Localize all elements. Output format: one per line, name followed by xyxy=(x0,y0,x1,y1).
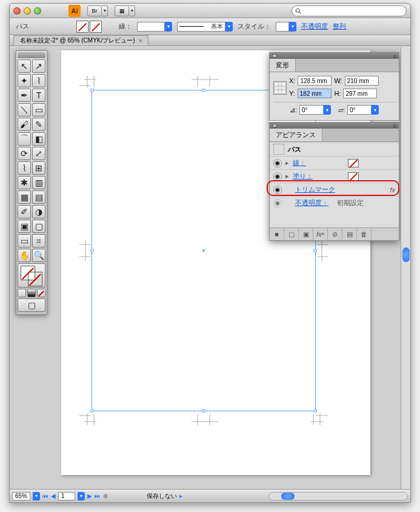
hand-tool[interactable]: ✋ xyxy=(18,249,31,262)
color-mode[interactable] xyxy=(18,289,26,297)
shear-dropdown[interactable]: ▾ xyxy=(372,105,379,115)
align-link[interactable]: 整列 xyxy=(333,22,346,31)
duplicate-button[interactable]: ▤ xyxy=(342,228,357,240)
pen-tool[interactable]: ✒ xyxy=(18,89,31,102)
shear-field[interactable] xyxy=(347,105,372,115)
artboard-tool[interactable]: ▭ xyxy=(18,234,31,248)
bridge-dropdown[interactable]: ▾ xyxy=(102,5,108,16)
screen-mode[interactable]: ▢ xyxy=(18,298,45,312)
fill-swatch[interactable] xyxy=(76,21,88,33)
pencil-tool[interactable]: ✎ xyxy=(32,118,45,131)
mesh-tool[interactable]: ▦ xyxy=(18,190,31,204)
nav-button[interactable]: ⊕ xyxy=(103,493,108,499)
rotate-dropdown[interactable]: ▾ xyxy=(324,105,331,115)
h-field[interactable] xyxy=(343,89,377,98)
transform-tab[interactable]: 変形 xyxy=(270,59,296,72)
fill-stroke-controls[interactable] xyxy=(18,263,45,288)
graph-tool[interactable]: ▥ xyxy=(32,176,45,189)
visibility-icon[interactable]: ◉ xyxy=(273,199,282,207)
symbol-sprayer-tool[interactable]: ✱ xyxy=(18,176,31,189)
stroke-box[interactable] xyxy=(28,272,42,286)
search-field[interactable] xyxy=(292,5,407,16)
gradient-mode[interactable] xyxy=(27,289,36,297)
stroke-swatch[interactable] xyxy=(90,21,102,33)
bridge-button[interactable]: Br xyxy=(87,5,102,16)
rotate-tool[interactable]: ⟳ xyxy=(18,147,31,160)
appearance-stroke-label[interactable]: 線： xyxy=(293,158,306,167)
lasso-tool[interactable]: ⌇ xyxy=(32,74,45,87)
gradient-tool[interactable]: ▤ xyxy=(32,190,45,204)
blend-tool[interactable]: ◑ xyxy=(32,205,45,218)
new-fill-button[interactable]: ▣ xyxy=(299,228,313,240)
clear-button[interactable]: ⊘ xyxy=(328,228,342,240)
new-stroke-button[interactable]: ▢ xyxy=(284,228,299,240)
slice-tool[interactable]: ⌗ xyxy=(32,234,45,248)
appearance-panel-header[interactable]: ≡ xyxy=(270,123,399,129)
appearance-fill-label[interactable]: 塗り： xyxy=(293,172,313,181)
arrange-button[interactable]: ▦ xyxy=(115,5,129,16)
minimize-window-button[interactable] xyxy=(24,7,31,15)
zoom-tool[interactable]: 🔍 xyxy=(32,249,45,262)
blob-brush-tool[interactable]: ⌒ xyxy=(18,132,31,146)
new-art-basic-button[interactable]: ■ xyxy=(270,228,284,240)
zoom-field[interactable]: 65% xyxy=(12,492,30,500)
type-tool[interactable]: T xyxy=(32,89,45,102)
rectangle-tool[interactable]: ▭ xyxy=(32,103,45,116)
live-paint-selection-tool[interactable]: ▢ xyxy=(32,220,45,233)
page-dropdown[interactable]: ▾ xyxy=(78,492,85,500)
appearance-fill-row[interactable]: ◉ ▸ 塗り： xyxy=(270,169,399,183)
zoom-dropdown[interactable]: ▾ xyxy=(33,492,40,500)
visibility-icon[interactable]: ◉ xyxy=(273,186,282,194)
y-field[interactable] xyxy=(298,89,332,98)
delete-button[interactable]: 🗑 xyxy=(357,228,372,240)
tools-panel-header[interactable] xyxy=(18,52,45,58)
opacity-link[interactable]: 不透明度 xyxy=(301,22,328,31)
x-field[interactable] xyxy=(298,76,332,86)
arrange-dropdown[interactable]: ▾ xyxy=(129,5,135,16)
vertical-scroll-thumb[interactable] xyxy=(402,248,410,262)
status-menu[interactable]: ▸ xyxy=(179,493,182,499)
none-mode[interactable] xyxy=(37,289,45,297)
transform-panel-header[interactable]: ≡ xyxy=(270,53,399,59)
scale-tool[interactable]: ⤢ xyxy=(32,147,45,160)
appearance-object-row[interactable]: パス xyxy=(270,142,399,156)
live-paint-tool[interactable]: ▣ xyxy=(18,220,31,233)
brush-preset-field[interactable]: 基本 xyxy=(177,22,225,32)
document-tab[interactable]: 名称未設定-2* @ 65% (CMYK/プレビュー) × xyxy=(13,35,148,45)
appearance-stroke-swatch[interactable] xyxy=(348,159,359,167)
horizontal-scrollbar[interactable] xyxy=(268,492,408,500)
appearance-tab[interactable]: アピアランス xyxy=(270,129,322,141)
appearance-stroke-row[interactable]: ◉ ▸ 線： xyxy=(270,156,399,169)
appearance-fill-swatch[interactable] xyxy=(348,172,359,181)
rotate-field[interactable] xyxy=(299,105,324,115)
appearance-opacity-row[interactable]: ◉ 不透明度： 初期設定 xyxy=(270,196,399,209)
prev-page-button[interactable]: ◀ xyxy=(51,493,56,499)
close-tab-icon[interactable]: × xyxy=(139,38,142,44)
next-page-button[interactable]: ▶ xyxy=(87,493,92,499)
close-window-button[interactable] xyxy=(13,7,21,15)
visibility-icon[interactable]: ◉ xyxy=(273,159,282,167)
add-effect-button[interactable]: fx▾ xyxy=(313,228,328,240)
w-field[interactable] xyxy=(345,76,379,86)
stroke-weight-dropdown[interactable]: ▾ xyxy=(165,22,172,32)
appearance-trimmarks-row[interactable]: ◉ トリムマーク fx xyxy=(270,183,399,196)
last-page-button[interactable]: ⏭ xyxy=(95,493,101,499)
stroke-weight-field[interactable] xyxy=(137,22,165,32)
magic-wand-tool[interactable]: ✦ xyxy=(18,74,31,87)
line-tool[interactable]: ＼ xyxy=(18,103,31,116)
direct-selection-tool[interactable]: ↗ xyxy=(32,59,45,73)
reference-point[interactable] xyxy=(273,81,287,95)
selection-tool[interactable]: ↖ xyxy=(18,59,31,73)
visibility-icon[interactable]: ◉ xyxy=(273,172,282,181)
free-transform-tool[interactable]: ⊞ xyxy=(32,161,45,175)
brush-preset-dropdown[interactable]: ▾ xyxy=(225,22,233,32)
paintbrush-tool[interactable]: 🖌 xyxy=(18,118,31,131)
style-field[interactable] xyxy=(276,22,289,32)
page-field[interactable]: 1 xyxy=(58,492,75,500)
appearance-opacity-label[interactable]: 不透明度： xyxy=(295,198,328,207)
style-dropdown[interactable]: ▾ xyxy=(289,22,296,32)
vertical-scrollbar[interactable] xyxy=(401,47,410,489)
zoom-window-button[interactable] xyxy=(34,7,41,15)
eyedropper-tool[interactable]: ✐ xyxy=(18,205,31,218)
horizontal-scroll-thumb[interactable] xyxy=(281,493,295,500)
